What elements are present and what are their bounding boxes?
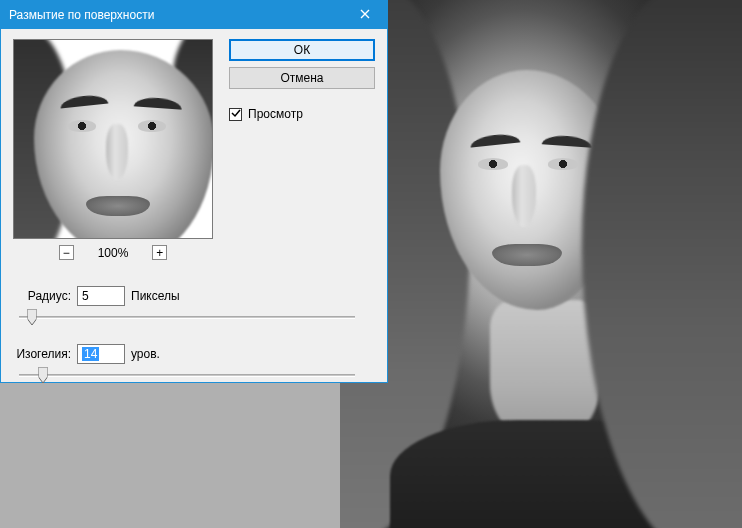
radius-slider[interactable]	[19, 308, 355, 326]
zoom-out-button[interactable]: −	[59, 245, 74, 260]
surface-blur-dialog: Размытие по поверхности −	[0, 0, 388, 383]
close-icon	[360, 8, 370, 22]
preview-checkbox[interactable]	[229, 108, 242, 121]
minus-icon: −	[63, 247, 70, 259]
dialog-titlebar[interactable]: Размытие по поверхности	[1, 1, 387, 29]
threshold-slider[interactable]	[19, 366, 355, 384]
radius-input[interactable]: 5	[77, 286, 125, 306]
cancel-button-label: Отмена	[280, 71, 323, 85]
zoom-in-button[interactable]: +	[152, 245, 167, 260]
cancel-button[interactable]: Отмена	[229, 67, 375, 89]
plus-icon: +	[156, 247, 163, 259]
threshold-slider-thumb[interactable]	[38, 367, 47, 383]
radius-value: 5	[82, 289, 89, 303]
radius-unit: Пикселы	[131, 289, 180, 303]
dialog-title: Размытие по поверхности	[9, 8, 154, 22]
close-button[interactable]	[343, 1, 387, 29]
threshold-slider-track	[19, 374, 355, 377]
ok-button[interactable]: ОК	[229, 39, 375, 61]
threshold-input[interactable]: 14	[77, 344, 125, 364]
zoom-level: 100%	[98, 246, 129, 260]
preview-image[interactable]	[13, 39, 213, 239]
check-icon	[231, 107, 241, 121]
threshold-unit: уров.	[131, 347, 160, 361]
threshold-label: Изогелия:	[13, 347, 71, 361]
threshold-value: 14	[82, 347, 99, 361]
radius-slider-track	[19, 316, 355, 319]
preview-checkbox-label: Просмотр	[248, 107, 303, 121]
radius-label: Радиус:	[13, 289, 71, 303]
ok-button-label: ОК	[294, 43, 310, 57]
canvas-pasteboard	[0, 383, 340, 528]
radius-slider-thumb[interactable]	[28, 309, 37, 325]
